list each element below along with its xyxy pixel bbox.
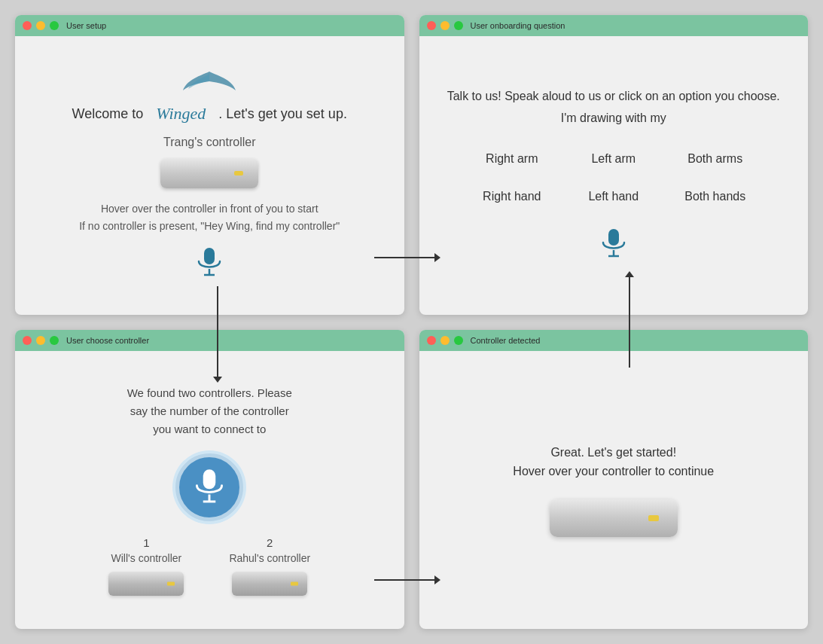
window-title-1: User setup: [66, 21, 106, 30]
great-text: Great. Let's get started! Hover over you…: [513, 443, 714, 481]
close-btn-2[interactable]: [427, 21, 436, 30]
controller-device-img: [160, 158, 258, 188]
mic-icon-setup[interactable]: [196, 246, 223, 282]
arrow-setup-to-onboarding: [374, 253, 440, 262]
mic-circle-active[interactable]: [175, 453, 243, 521]
controller-detected-content: Great. Let's get started! Hover over you…: [419, 351, 809, 630]
option-left-arm[interactable]: Left arm: [574, 146, 653, 172]
brand-name: Winged: [156, 104, 206, 124]
titlebar-onboarding: User onboarding question: [419, 15, 809, 36]
hover-instructions: Hover over the controller in front of yo…: [79, 200, 340, 234]
detected-controller-img: [550, 499, 678, 537]
arrow-choose-to-detected: [374, 575, 440, 584]
minimize-btn-3[interactable]: [36, 336, 45, 345]
minimize-btn-4[interactable]: [440, 336, 450, 345]
arrow-setup-to-choose: [213, 286, 222, 383]
close-btn-4[interactable]: [427, 336, 436, 345]
choose-controller-content: We found two controllers. Please say the…: [15, 351, 404, 630]
minimize-btn-2[interactable]: [440, 21, 450, 30]
talk-text: Talk to us! Speak aloud to us or click o…: [447, 87, 780, 105]
maximize-btn-2[interactable]: [454, 21, 463, 30]
user-setup-content: Welcome to Winged . Let's get you set up…: [15, 36, 404, 315]
ctrl-label-2: Rahul's controller: [229, 552, 310, 564]
minimize-btn-1[interactable]: [36, 21, 45, 30]
svg-rect-0: [204, 248, 215, 264]
window-title-4: Controller detected: [471, 336, 541, 345]
option-left-hand[interactable]: Left hand: [574, 184, 653, 209]
ctrl-device-2: [232, 572, 307, 596]
choose-controller-window: User choose controller We found two cont…: [15, 330, 404, 630]
ctrl-num-2: 2: [267, 536, 273, 549]
drawing-options-grid: Right arm Left arm Both arms Right hand …: [472, 146, 754, 209]
option-right-hand[interactable]: Right hand: [472, 184, 551, 209]
controller-detected-window: Controller detected Great. Let's get sta…: [419, 330, 809, 630]
ctrl-device-1: [108, 572, 184, 596]
drawing-with-text: I'm drawing with my: [561, 111, 666, 125]
controller-name: Trang's controller: [163, 136, 256, 149]
titlebar-user-setup: User setup: [15, 15, 404, 36]
controllers-list: 1 Will's controller 2 Rahul's controller: [108, 536, 310, 596]
window-title-3: User choose controller: [66, 336, 149, 345]
maximize-btn-3[interactable]: [50, 336, 59, 345]
controller-option-1[interactable]: 1 Will's controller: [108, 536, 184, 596]
svg-rect-6: [203, 469, 216, 489]
controller-option-2[interactable]: 2 Rahul's controller: [229, 536, 310, 596]
maximize-btn-4[interactable]: [454, 336, 463, 345]
onboarding-content: Talk to us! Speak aloud to us or click o…: [419, 36, 809, 315]
svg-rect-3: [608, 229, 619, 246]
maximize-btn-1[interactable]: [50, 21, 59, 30]
option-both-hands[interactable]: Both hands: [675, 184, 754, 209]
close-btn-3[interactable]: [23, 336, 32, 345]
welcome-text: Welcome to Winged . Let's get you set up…: [72, 104, 347, 124]
onboarding-window: User onboarding question Talk to us! Spe…: [419, 15, 809, 315]
ctrl-label-1: Will's controller: [111, 552, 182, 564]
found-controllers-text: We found two controllers. Please say the…: [127, 384, 292, 438]
option-right-arm[interactable]: Right arm: [472, 146, 551, 172]
option-both-arms[interactable]: Both arms: [675, 146, 754, 172]
user-setup-window: User setup Welcome to Winged . Let's get…: [15, 15, 404, 315]
arrow-detected-to-onboarding: [625, 271, 634, 368]
close-btn-1[interactable]: [23, 21, 32, 30]
window-title-2: User onboarding question: [471, 21, 565, 30]
wing-logo: [179, 68, 239, 101]
ctrl-num-1: 1: [143, 536, 149, 549]
titlebar-detected: Controller detected: [419, 330, 809, 351]
titlebar-choose: User choose controller: [15, 330, 404, 351]
mic-icon-onboarding[interactable]: [600, 227, 627, 264]
